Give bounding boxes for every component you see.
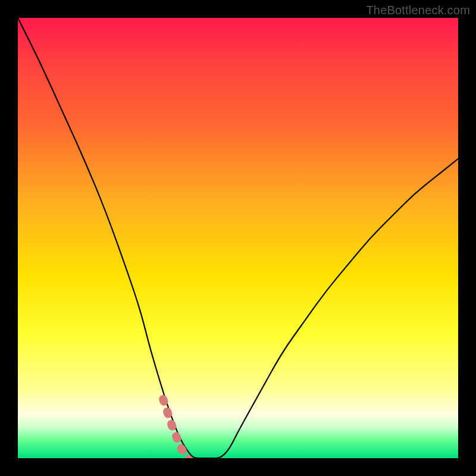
chart-frame: TheBottleneck.com [0,0,476,476]
chart-svg [18,18,458,458]
watermark-text: TheBottleneck.com [366,4,470,17]
plot-area [18,18,458,458]
bottleneck-curve-path [18,18,458,458]
valley-marker-path [163,399,220,458]
